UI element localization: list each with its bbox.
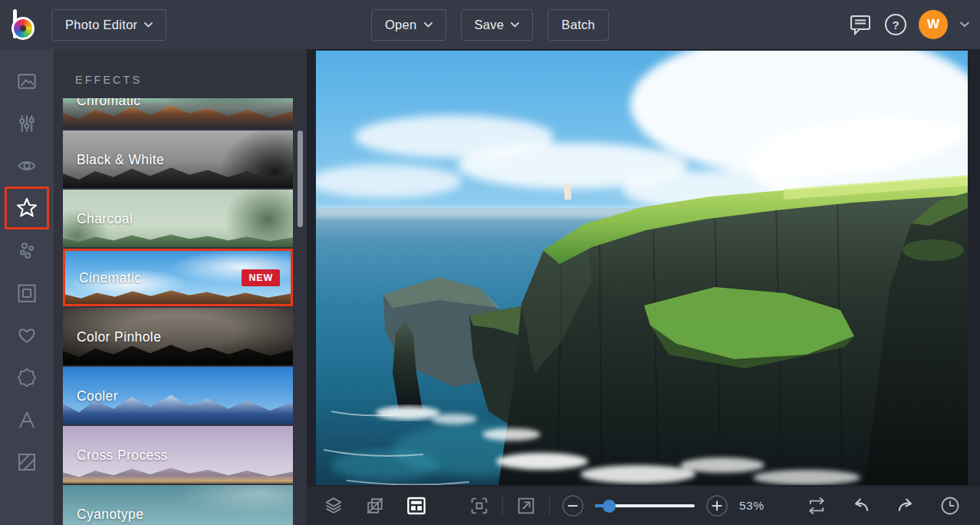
zoom-out-button[interactable] — [560, 493, 586, 519]
layout-button[interactable] — [403, 493, 429, 519]
feedback-chat-icon — [848, 13, 873, 36]
photo-library-icon — [15, 70, 38, 93]
adjust-sliders-icon — [15, 112, 38, 135]
layout-icon — [405, 494, 428, 517]
zoom-level-value: 53% — [739, 499, 765, 513]
fit-to-screen-button[interactable] — [466, 493, 492, 519]
panel-title: EFFECTS — [75, 74, 142, 86]
layers-button[interactable] — [321, 493, 347, 519]
chevron-down-icon — [424, 22, 432, 28]
effect-label: Charcoal — [77, 210, 133, 226]
sidebar-item-frames[interactable] — [5, 272, 49, 314]
logo-hub — [20, 25, 26, 31]
effect-label: Color Pinhole — [77, 329, 161, 345]
save-button[interactable]: Save — [461, 9, 534, 41]
open-in-new-icon — [515, 495, 537, 517]
topbar: Photo Editor Open Save Batch — [0, 0, 980, 49]
app-menu-button[interactable]: Photo Editor — [51, 9, 166, 41]
help-glyph: ? — [892, 18, 899, 31]
badge-burst-icon — [15, 366, 38, 389]
app-menu-label: Photo Editor — [65, 18, 137, 32]
touch-up-dots-icon — [15, 239, 38, 262]
file-actions: Open Save Batch — [371, 0, 609, 49]
effect-item-chromatic[interactable]: Chromatic — [63, 98, 293, 129]
toolbar-separator — [502, 496, 503, 516]
sidebar-item-textures[interactable] — [5, 441, 49, 483]
new-badge: NEW — [242, 269, 280, 286]
sidebar-item-adjust[interactable] — [5, 102, 49, 144]
effect-item-cinematic[interactable]: Cinematic NEW — [63, 249, 293, 306]
zoom-in-button[interactable] — [704, 493, 730, 519]
zoom-slider[interactable] — [595, 500, 695, 512]
effect-item-cross-process[interactable]: Cross Process — [63, 426, 293, 484]
tool-sidebar — [0, 49, 54, 525]
transform-button[interactable] — [362, 493, 388, 519]
sidebar-item-photo-library[interactable] — [5, 60, 49, 102]
effects-panel: EFFECTS Chromatic Black & White Charcoal… — [54, 49, 307, 525]
effect-item-cooler[interactable]: Cooler — [63, 367, 293, 424]
cliffs-photo — [316, 51, 968, 485]
effect-label: Black & White — [77, 151, 164, 167]
effect-item-charcoal[interactable]: Charcoal — [63, 190, 293, 247]
help-icon: ? — [885, 14, 906, 35]
eye-icon — [15, 154, 38, 177]
sidebar-item-effects[interactable] — [5, 187, 49, 229]
compare-arrows-icon — [806, 495, 827, 517]
canvas-area: 53% — [307, 49, 980, 525]
avatar[interactable]: W — [919, 10, 948, 39]
batch-label: Batch — [561, 18, 595, 32]
frames-icon — [15, 282, 38, 305]
effect-label: Cooler — [77, 388, 118, 404]
open-label: Open — [385, 18, 417, 32]
effect-item-color-pinhole[interactable]: Color Pinhole — [63, 308, 293, 365]
heart-icon — [15, 324, 38, 347]
history-button[interactable] — [937, 493, 963, 519]
layers-icon — [323, 495, 344, 517]
sidebar-item-autofix[interactable] — [5, 144, 49, 187]
textures-icon — [15, 451, 38, 474]
effects-scrollbar[interactable] — [298, 130, 303, 227]
transform-icon — [364, 495, 386, 517]
effect-label: Cinematic — [79, 269, 141, 286]
undo-button[interactable] — [848, 493, 874, 519]
fit-to-screen-icon — [469, 495, 490, 517]
redo-button[interactable] — [893, 493, 919, 519]
toolbar-separator — [549, 496, 550, 516]
befunky-logo[interactable] — [8, 8, 41, 41]
redo-icon — [895, 495, 916, 517]
feedback-chat-button[interactable] — [848, 13, 873, 36]
avatar-initial: W — [927, 17, 939, 32]
effect-item-cyanotype[interactable]: Cyanotype — [63, 485, 293, 525]
history-controls — [804, 493, 966, 519]
account-menu-button[interactable] — [960, 21, 969, 28]
chevron-down-icon — [144, 22, 153, 28]
effect-label: Chromatic — [77, 98, 140, 108]
save-label: Save — [475, 18, 505, 32]
help-button[interactable]: ? — [885, 14, 906, 35]
topbar-right: ? W — [848, 0, 969, 49]
effect-label: Cyanotype — [77, 506, 143, 522]
effect-label: Cross Process — [77, 447, 168, 463]
sidebar-item-favorites[interactable] — [5, 314, 49, 356]
star-icon — [15, 196, 39, 220]
history-clock-icon — [939, 495, 961, 517]
zoom-out-icon — [561, 494, 584, 517]
sidebar-item-graphics[interactable] — [5, 356, 49, 398]
open-in-new-window-button[interactable] — [513, 493, 539, 519]
zoom-slider-handle[interactable] — [603, 500, 616, 513]
sidebar-item-text[interactable] — [5, 398, 49, 441]
photo-canvas[interactable] — [316, 51, 968, 485]
batch-button[interactable]: Batch — [548, 9, 609, 41]
sidebar-item-touch-up[interactable] — [5, 229, 49, 272]
photo-editor-app: Photo Editor Open Save Batch — [0, 0, 980, 525]
open-button[interactable]: Open — [371, 9, 446, 41]
chevron-down-icon — [960, 21, 969, 28]
compare-button[interactable] — [804, 493, 830, 519]
zoom-in-icon — [705, 494, 728, 517]
bottom-toolbar: 53% — [307, 487, 980, 525]
chevron-down-icon — [511, 22, 519, 28]
undo-icon — [850, 495, 872, 517]
text-icon — [15, 408, 38, 431]
effect-item-black-white[interactable]: Black & White — [63, 130, 293, 188]
effects-list: Chromatic Black & White Charcoal Cinemat… — [63, 98, 293, 525]
